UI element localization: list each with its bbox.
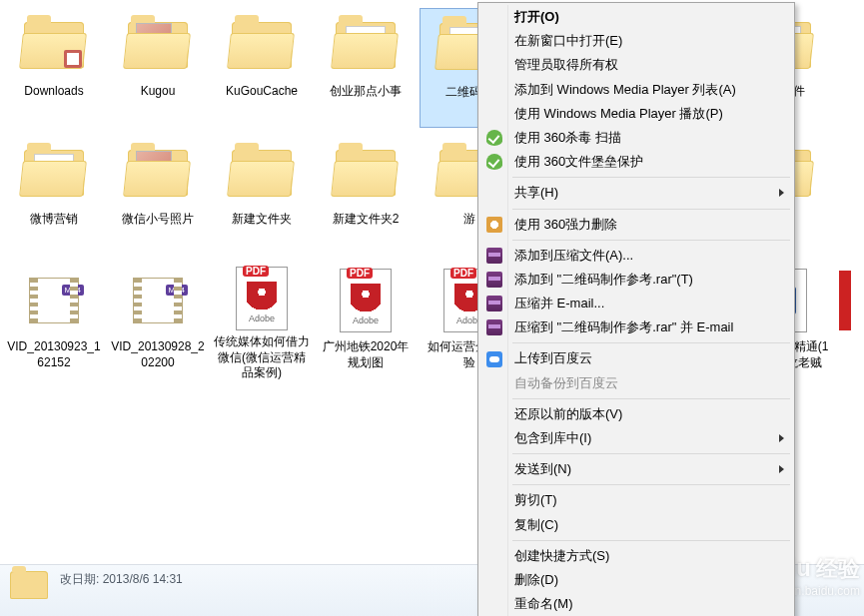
menu-item[interactable]: 在新窗口中打开(E) (480, 29, 792, 53)
file-label: 微信小号照片 (110, 212, 206, 228)
360-icon (486, 217, 502, 233)
folder-thumb-icon (19, 138, 89, 208)
menu-item[interactable]: 添加到 "二维码制作参考.rar"(T) (480, 268, 792, 292)
folder-shield-icon (19, 10, 89, 80)
file-item[interactable]: 新建文件夹2 (316, 136, 416, 256)
file-item[interactable]: 创业那点小事 (316, 8, 416, 128)
file-item[interactable]: 新建文件夹 (212, 136, 312, 256)
pdf-icon: PDFAdobe (331, 266, 401, 335)
menu-item[interactable]: 打开(O) (480, 5, 792, 29)
menu-item[interactable]: 添加到压缩文件(A)... (480, 244, 792, 268)
menu-item[interactable]: 发送到(N) (480, 457, 792, 481)
file-item[interactable]: KuGouCache (212, 8, 312, 128)
pdf-icon: PDFAdobe (227, 266, 297, 330)
menu-item[interactable]: 上传到百度云 (480, 346, 792, 370)
shield-icon (486, 154, 502, 170)
folder-photo-icon (123, 138, 193, 208)
menu-item[interactable]: 使用 Windows Media Player 播放(P) (480, 102, 792, 126)
file-item[interactable]: Downloads (4, 8, 104, 128)
menu-item: 自动备份到百度云 (480, 371, 792, 395)
menu-separator (512, 209, 790, 210)
rar-icon (486, 319, 502, 335)
file-item[interactable]: MP4VID_20130923_162152 (4, 264, 104, 383)
menu-item[interactable]: 使用 360强力删除 (480, 213, 792, 237)
submenu-arrow-icon (779, 434, 784, 442)
file-item[interactable]: PDFAdobe广州地铁2020年规划图 (316, 264, 416, 383)
menu-separator (512, 240, 790, 241)
menu-item[interactable]: 使用 360文件堡垒保护 (480, 150, 792, 174)
menu-item[interactable]: 删除(D) (480, 568, 792, 592)
details-thumb (10, 571, 48, 603)
folder-thumb-icon (331, 10, 401, 80)
menu-separator (512, 398, 790, 399)
file-label: 传统媒体如何借力微信(微信运营精品案例) (214, 334, 310, 381)
file-item[interactable] (835, 264, 855, 383)
file-label: VID_20130928_202200 (110, 339, 206, 370)
folder-photo-icon (123, 10, 193, 80)
menu-separator (512, 540, 790, 541)
mp4-icon: MP4 (19, 266, 89, 335)
menu-item[interactable]: 剪切(T) (480, 488, 792, 512)
mp4-icon: MP4 (123, 266, 193, 335)
file-label: 创业那点小事 (318, 84, 414, 100)
menu-item[interactable]: 复制(C) (480, 513, 792, 537)
file-label: 微博营销 (6, 212, 102, 228)
folder-icon (227, 10, 297, 80)
menu-item[interactable]: 添加到 Windows Media Player 列表(A) (480, 78, 792, 102)
menu-item[interactable]: 还原以前的版本(V) (480, 402, 792, 426)
file-item[interactable]: 微博营销 (4, 136, 104, 256)
file-item[interactable]: Kugou (108, 8, 208, 128)
rar-icon (486, 296, 502, 311)
menu-item[interactable]: 共享(H) (480, 181, 792, 205)
submenu-arrow-icon (779, 465, 784, 473)
folder-icon (331, 138, 401, 208)
file-item[interactable]: 微信小号照片 (108, 136, 208, 256)
menu-separator (512, 484, 790, 485)
menu-item[interactable]: 包含到库中(I) (480, 426, 792, 450)
menu-item[interactable]: 管理员取得所有权 (480, 53, 792, 77)
menu-item[interactable]: 压缩并 E-mail... (480, 292, 792, 315)
rar-icon (486, 272, 502, 288)
file-label: Downloads (6, 84, 102, 100)
details-date-label: 改日期: (60, 572, 99, 586)
menu-separator (512, 342, 790, 343)
file-label: 新建文件夹 (214, 212, 310, 228)
folder-icon (227, 138, 297, 208)
context-menu[interactable]: 打开(O)在新窗口中打开(E)管理员取得所有权添加到 Windows Media… (477, 2, 795, 616)
file-label: VID_20130923_162152 (6, 339, 102, 370)
file-label: 广州地铁2020年规划图 (318, 339, 414, 370)
menu-item[interactable]: 使用 360杀毒 扫描 (480, 126, 792, 150)
submenu-arrow-icon (779, 189, 784, 197)
shield-icon (486, 130, 502, 146)
menu-separator (512, 177, 790, 178)
menu-item[interactable]: 压缩到 "二维码制作参考.rar" 并 E-mail (480, 315, 792, 339)
file-item[interactable]: PDFAdobe传统媒体如何借力微信(微信运营精品案例) (212, 264, 312, 383)
menu-item[interactable]: 创建快捷方式(S) (480, 544, 792, 568)
rar-icon (486, 248, 502, 264)
details-date-value: 2013/8/6 14:31 (103, 572, 183, 586)
file-label: 新建文件夹2 (318, 212, 414, 228)
file-label: KuGouCache (214, 84, 310, 100)
menu-item[interactable]: 重命名(M) (480, 592, 792, 616)
file-label: Kugou (110, 84, 206, 100)
cloud-icon (486, 351, 502, 367)
menu-separator (512, 453, 790, 454)
red-sliver-icon (810, 266, 864, 335)
file-item[interactable]: MP4VID_20130928_202200 (108, 264, 208, 383)
